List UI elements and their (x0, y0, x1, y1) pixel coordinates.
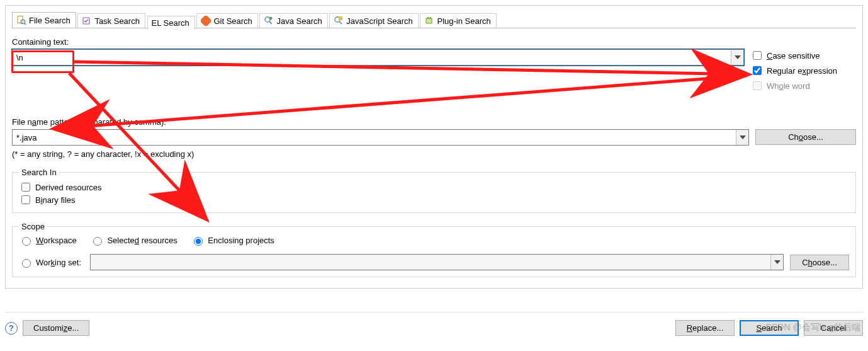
derived-label: Derived resources (35, 183, 102, 192)
search-button[interactable]: Search (740, 320, 799, 336)
choose-workingset-button[interactable]: Choose... (790, 255, 849, 270)
containing-text-label: Containing text: (12, 37, 856, 47)
replace-button[interactable]: Replace... (675, 320, 735, 336)
tab-el-search[interactable]: EL Search (147, 16, 195, 30)
file-search-icon (16, 15, 26, 25)
svg-rect-13 (430, 17, 431, 19)
tab-git-search[interactable]: Git Search (196, 13, 257, 28)
working-set-combo[interactable] (90, 254, 784, 270)
search-in-group: Search In Derived resources Binary files (12, 168, 856, 213)
tab-label: JavaScript Search (346, 16, 413, 26)
working-set-label: Working set: (36, 258, 81, 267)
filename-patterns-input[interactable] (13, 130, 736, 145)
workspace-radio[interactable]: Workspace (19, 235, 77, 246)
svg-rect-0 (18, 16, 23, 23)
working-set-input[interactable] (91, 255, 770, 270)
filename-patterns-combo[interactable] (12, 129, 749, 146)
selected-resources-radio[interactable]: Selected resources (90, 235, 177, 246)
tab-file-search[interactable]: File Search (12, 12, 76, 28)
search-in-legend: Search In (19, 168, 59, 177)
binary-checkbox[interactable]: Binary files (19, 193, 76, 206)
scope-legend: Scope (19, 222, 47, 231)
selected-label: Selected resources (107, 236, 177, 245)
cancel-button[interactable]: Cancel (804, 320, 863, 336)
regex-checkbox[interactable]: Regular expression (750, 64, 856, 77)
case-sensitive-checkbox[interactable]: Case sensitive (750, 49, 856, 62)
binary-label: Binary files (35, 195, 76, 205)
js-search-icon (334, 16, 344, 26)
dialog-footer: ? Customize... Replace... Search Cancel (5, 312, 863, 336)
svg-line-2 (25, 23, 26, 25)
customize-button[interactable]: Customize... (23, 320, 89, 336)
java-search-icon (264, 16, 274, 26)
filename-patterns-label: File name patterns (separated by comma): (12, 117, 856, 127)
tab-javascript-search[interactable]: JavaScript Search (329, 13, 419, 28)
tab-label: File Search (29, 16, 70, 25)
tab-label: EL Search (152, 18, 189, 28)
workspace-label: Workspace (36, 236, 77, 245)
case-sensitive-label: Case sensitive (767, 51, 820, 60)
enclosing-projects-radio[interactable]: Enclosing projects (191, 235, 274, 246)
tab-label: Java Search (276, 16, 322, 26)
svg-rect-10 (339, 16, 342, 20)
svg-line-6 (269, 21, 272, 24)
enclosing-label: Enclosing projects (208, 236, 274, 245)
dropdown-icon[interactable] (770, 255, 783, 270)
whole-word-label: Whole word (767, 81, 810, 91)
plugin-search-icon (424, 16, 434, 26)
dropdown-icon[interactable] (731, 50, 743, 65)
tab-label: Plug-in Search (437, 16, 490, 26)
tab-task-search[interactable]: Task Search (77, 13, 145, 28)
task-search-icon (82, 16, 92, 26)
svg-rect-12 (427, 17, 429, 19)
svg-line-9 (339, 21, 342, 24)
tab-label: Git Search (213, 16, 252, 26)
help-icon[interactable]: ? (5, 322, 18, 335)
tab-underline (12, 28, 856, 28)
scope-group: Scope Workspace Selected resources Enclo… (12, 222, 856, 277)
tab-plugin-search[interactable]: Plug-in Search (420, 13, 496, 28)
svg-rect-11 (426, 18, 432, 23)
svg-rect-4 (201, 16, 211, 26)
git-search-icon (201, 16, 211, 26)
filename-hint: (* = any string, ? = any character, !x =… (12, 149, 856, 159)
choose-filename-button[interactable]: Choose... (755, 129, 856, 145)
containing-text-combo[interactable] (12, 49, 744, 66)
derived-checkbox[interactable]: Derived resources (19, 181, 837, 193)
tab-java-search[interactable]: Java Search (259, 13, 327, 28)
dropdown-icon[interactable] (736, 130, 748, 145)
whole-word-checkbox: Whole word (750, 79, 856, 92)
working-set-radio[interactable]: Working set: (19, 257, 81, 268)
svg-point-7 (269, 17, 273, 20)
containing-text-input[interactable] (13, 50, 731, 65)
tab-label: Task Search (94, 16, 140, 26)
tab-bar: File Search Task Search EL Search Git Se… (12, 12, 856, 28)
regex-label: Regular expression (767, 66, 837, 76)
